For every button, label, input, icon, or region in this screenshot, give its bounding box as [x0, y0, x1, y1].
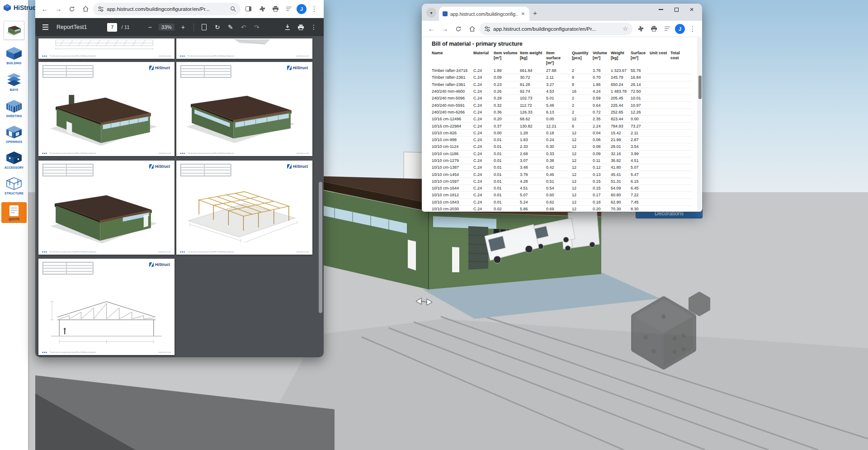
reading-list-button[interactable] [661, 23, 673, 35]
zoom-out-button[interactable]: − [146, 22, 155, 33]
table-cell: Timber rafter-2361 [432, 82, 473, 87]
fit-page-button[interactable] [200, 22, 209, 33]
table-cell: 70.30 [611, 207, 631, 211]
table-row: 10/16 cm-12496C.240.2068.620.00122.35823… [432, 116, 692, 123]
forward-button[interactable]: → [52, 3, 64, 15]
column-header: Quantity[pcs] [572, 51, 593, 66]
reload-button[interactable] [66, 3, 78, 15]
table-cell: 10/10 cm-1843 [432, 200, 473, 204]
new-tab-button[interactable]: + [533, 9, 537, 17]
table-cell: 0.09 [494, 75, 520, 80]
sidebar-item-quote[interactable]: QUOTE [1, 202, 27, 223]
sidebar-item-label: BAYS [10, 88, 18, 91]
browser-tab[interactable]: app.histruct.com/buildingconfig... ✕ [439, 7, 529, 21]
browser-menu-button[interactable]: ⋮ [687, 23, 698, 35]
table-cell: 36.82 [611, 158, 631, 163]
search-icon[interactable] [230, 6, 236, 12]
table-cell: 32.16 [611, 152, 631, 156]
table-cell: 7.45 [631, 200, 650, 204]
extension-print-button[interactable] [269, 3, 281, 15]
pdf-page-input[interactable]: 7 [107, 23, 117, 32]
table-cell: 0.26 [494, 89, 520, 94]
undo-button[interactable]: ↶ [239, 22, 248, 33]
sidebar-item-building[interactable]: BUILDING [0, 46, 28, 65]
table-cell: C.24 [473, 96, 494, 100]
table-row: 10/10 cm-1812C.240.015.070.60120.1760.80… [432, 192, 692, 199]
address-bar[interactable]: app.histruct.com/buildingconfigurator/en… [480, 23, 632, 35]
table-cell: 0.00 [494, 131, 520, 135]
back-button[interactable]: ← [425, 23, 437, 35]
back-button[interactable]: ← [39, 3, 51, 15]
home-button[interactable] [466, 23, 478, 35]
table-cell: 10/10 cm-826 [432, 131, 473, 135]
column-header: Volume[m³] [593, 51, 611, 66]
timber-frame-render [181, 177, 308, 250]
tab-close-button[interactable]: ✕ [520, 10, 526, 17]
pdf-scrollbar-thumb[interactable] [319, 182, 322, 313]
table-cell: 12 [572, 144, 593, 149]
side-panel-button[interactable] [242, 3, 254, 15]
sidebar-item-openings[interactable]: OPENINGS [0, 125, 28, 143]
forward-button[interactable]: → [439, 23, 451, 35]
table-cell: 10/10 cm-1279 [432, 158, 473, 163]
table-cell: 0.36 [494, 110, 520, 114]
annotate-button[interactable]: ✎ [226, 22, 235, 33]
table-cell: 0.70 [593, 75, 611, 80]
sidebar-item-accessory[interactable]: ACCESSORY [0, 151, 28, 169]
profile-avatar[interactable]: J [675, 24, 685, 34]
table-cell: C.24 [473, 103, 494, 108]
table-cell: 4.24 [593, 89, 611, 94]
pdf-scrollbar[interactable] [319, 37, 322, 356]
address-bar[interactable]: app.histruct.com/buildingconfigurator/en… [93, 3, 241, 15]
model-thumbnail[interactable] [4, 21, 24, 40]
table-cell: 6.15 [631, 179, 650, 184]
bookmark-star-icon[interactable]: ☆ [623, 25, 628, 32]
extensions-button[interactable] [256, 3, 268, 15]
table-cell: 62.90 [611, 200, 631, 204]
rotate-button[interactable]: ↻ [213, 22, 222, 33]
popup-scrollbar-thumb[interactable] [698, 76, 702, 99]
table-row: 240/240 mm-6266C.240.36126.336.1320.7225… [432, 109, 692, 116]
popup-scrollbar[interactable] [698, 38, 702, 211]
close-window-button[interactable]: ✕ [684, 4, 699, 15]
table-cell: 0.59 [593, 96, 611, 100]
table-cell: 10/16 cm-12496 [432, 117, 473, 121]
redo-button[interactable]: ↷ [252, 22, 261, 33]
url-text: app.histruct.com/buildingconfigurator/en… [107, 6, 227, 12]
pdf-viewer-content[interactable]: This document was generated using HiStru… [35, 36, 324, 357]
pdf-more-options-button[interactable]: ⋮ [309, 22, 318, 33]
pdf-menu-button[interactable] [41, 22, 50, 33]
extension-print-button[interactable] [648, 23, 660, 35]
sidebar-item-label: SHEETING [6, 114, 22, 118]
table-cell: 0.29 [494, 96, 520, 100]
sidebar-item-bays[interactable]: BAYS [0, 73, 28, 91]
table-cell: C.24 [473, 193, 494, 197]
home-button[interactable] [80, 3, 91, 15]
sidebar-item-structure[interactable]: STRUCTURE [0, 176, 28, 195]
table-row: 10/10 cm-2030C.240.025.860.69120.2070.30… [432, 206, 692, 212]
print-button[interactable] [296, 22, 305, 33]
minimize-button[interactable] [653, 4, 669, 15]
table-cell: 0.09 [593, 152, 611, 156]
reading-list-button[interactable] [283, 3, 295, 15]
table-cell: 0.01 [494, 152, 520, 156]
zoom-in-button[interactable]: + [179, 22, 188, 33]
footer-url: www.histruct.com [297, 55, 309, 57]
sidebar-item-sheeting[interactable]: SHEETING [0, 99, 28, 118]
histruct-logo-icon [149, 262, 154, 267]
table-row: 10/10 cm-1597C.240.014.280.51120.1551.31… [432, 178, 692, 185]
list-lines-icon [665, 27, 670, 31]
download-button[interactable] [283, 22, 292, 33]
table-cell: 2.11 [546, 75, 572, 80]
table-cell: 12 [572, 165, 593, 170]
maximize-button[interactable] [669, 4, 684, 15]
table-cell: 0.04 [593, 131, 611, 135]
profile-avatar[interactable]: J [297, 4, 307, 14]
table-cell: 1.86 [593, 82, 611, 87]
tab-strip: ▾ app.histruct.com/buildingconfig... ✕ +… [422, 4, 702, 21]
tab-search-button[interactable]: ▾ [426, 8, 436, 18]
table-cell: 0.01 [494, 193, 520, 197]
extensions-button[interactable] [634, 23, 646, 35]
reload-button[interactable] [453, 23, 464, 35]
browser-menu-button[interactable]: ⋮ [308, 3, 320, 15]
